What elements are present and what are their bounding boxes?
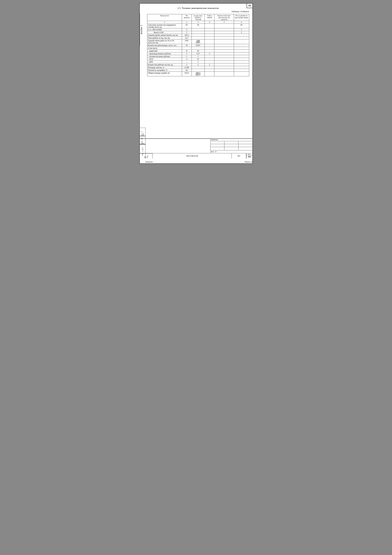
cell-branch [214, 63, 234, 66]
col-header-task: По за-данию на про-ектиро-вание [234, 14, 249, 21]
col-num-4: 4 [205, 21, 214, 24]
cell-analog [192, 34, 205, 37]
cell-task [234, 61, 249, 63]
cell-branch [214, 58, 234, 61]
cell-branch [214, 72, 234, 76]
cell-project: 64 [182, 69, 192, 72]
cell-tep [205, 24, 214, 28]
cell-project: IO [182, 24, 192, 28]
cell-task [234, 69, 249, 72]
cell-branch [214, 24, 234, 28]
footer-doc: 503-I-84.I3.9I [153, 153, 232, 159]
cell-analog: 2 [192, 63, 205, 66]
cell-task [234, 55, 249, 58]
cell-tep [205, 34, 214, 37]
cell-task [234, 50, 249, 52]
cell-task [234, 34, 249, 37]
table-row: в т.ч. ЗИЛ-43I4IO55 [147, 28, 249, 31]
col-header-analog: по ана-логу ТП503-I-76.I2.89 [192, 14, 205, 21]
table-row: Плотность застройки, %64 [147, 69, 249, 72]
cell-tep [205, 55, 214, 58]
cell-tep [205, 58, 214, 61]
cell-task: 5 [234, 28, 249, 31]
cell-task [234, 39, 249, 44]
cell-tep [205, 66, 214, 69]
cell-analog: 4* [192, 58, 205, 61]
table-subtitle: Таблица 2.9.Начало [147, 10, 249, 13]
cell-task [234, 37, 249, 39]
cell-indicator: – водителей [147, 50, 182, 52]
cell-project: I9 [182, 44, 192, 47]
cell-task [234, 66, 249, 69]
cell-tep [205, 31, 214, 34]
table-row: Годовой пробег автомо-билей, тыс.км425,5 [147, 34, 249, 37]
copy-label: Копировал [146, 161, 153, 163]
cell-project: 3 [182, 52, 192, 55]
cell-indicator: Списочное количество подвижного состава,… [147, 24, 182, 28]
cell-tep [205, 61, 214, 63]
cell-tep [205, 50, 214, 52]
cell-branch [214, 39, 234, 44]
sheet-label: Лист [246, 153, 252, 155]
cell-analog [192, 66, 205, 69]
cell-analog: IO [192, 50, 205, 52]
cell-branch [214, 28, 234, 31]
cell-analog: II68,5640,5* [192, 72, 205, 76]
cell-task [234, 47, 249, 50]
table-row: – производственных рабочих32/3*3 [147, 52, 249, 55]
cell-tep [205, 69, 214, 72]
cell-analog [192, 28, 205, 31]
cell-branch [214, 69, 234, 72]
cell-task [234, 63, 249, 66]
col-header-indicator: Показатели [147, 14, 182, 21]
cell-analog: 2I99649I* [192, 39, 205, 44]
cell-task: IO [234, 24, 249, 28]
table-row: – ИТР–I [147, 61, 249, 63]
col-num-1: I [147, 21, 182, 24]
table-row: Количество рабочих постов, ед.222 [147, 63, 249, 66]
col-header-project: По проекту [182, 14, 192, 21]
cell-branch [214, 61, 234, 63]
cell-branch [214, 52, 234, 55]
col-header-tep: ТЭП и ОНТИ [205, 14, 214, 21]
cell-analog [192, 47, 205, 50]
sheet-number: I4 [246, 155, 252, 158]
cell-tep [205, 47, 214, 50]
cell-tep: 3 [205, 52, 214, 55]
cell-analog: I [192, 61, 205, 63]
cell-indicator: Годовой пробег автомо-билей, тыс.км [147, 34, 182, 37]
page-number: I5 [247, 4, 252, 8]
cell-branch [214, 47, 234, 50]
cell-task [234, 44, 249, 47]
cell-project: 5 [182, 31, 192, 34]
table-row: Часы работы за год, тыс.час22,7 [147, 37, 249, 39]
cell-project: II [182, 50, 192, 52]
cell-project: – [182, 61, 192, 63]
table-row: Годовой объем работ по ТО и ТР, всего,че… [147, 39, 249, 44]
cell-indicator: Общая площадь зданий, м2 [147, 72, 182, 76]
table-row: Списочное количество подвижного состава,… [147, 24, 249, 28]
cell-analog [192, 69, 205, 72]
cell-tep [205, 28, 214, 31]
footer-stamp: ПЗ [232, 153, 246, 159]
cell-tep [205, 72, 214, 76]
stamp-podp-data: Подп. и дата [140, 144, 145, 159]
cell-branch [214, 55, 234, 58]
album-label: Альбом I [140, 13, 144, 46]
cell-indicator: – ПСО [147, 58, 182, 61]
table-row: в том числе: [147, 47, 249, 50]
cell-analog: IO [192, 24, 205, 28]
table-row: Площадь участка, га0,189 [147, 66, 249, 69]
stamp-vzam-inv: Взам. инв. № [140, 136, 145, 144]
priviazka-label: Привязан [210, 139, 252, 141]
cell-indicator: Плотность застройки, % [147, 69, 182, 72]
cell-project: I [182, 55, 192, 58]
table-row: – вспомогательных рабочихII [147, 55, 249, 58]
table-row: – ПСО44* [147, 58, 249, 61]
col-num-2: 2 [182, 21, 192, 24]
table-row: Количество работающих, всего, чел.I9I4/I… [147, 44, 249, 47]
table-row: КамАЗ-532055 [147, 31, 249, 34]
cell-task: 5 [234, 31, 249, 34]
col-num-5: 5 [214, 21, 234, 24]
cell-project [182, 47, 192, 50]
